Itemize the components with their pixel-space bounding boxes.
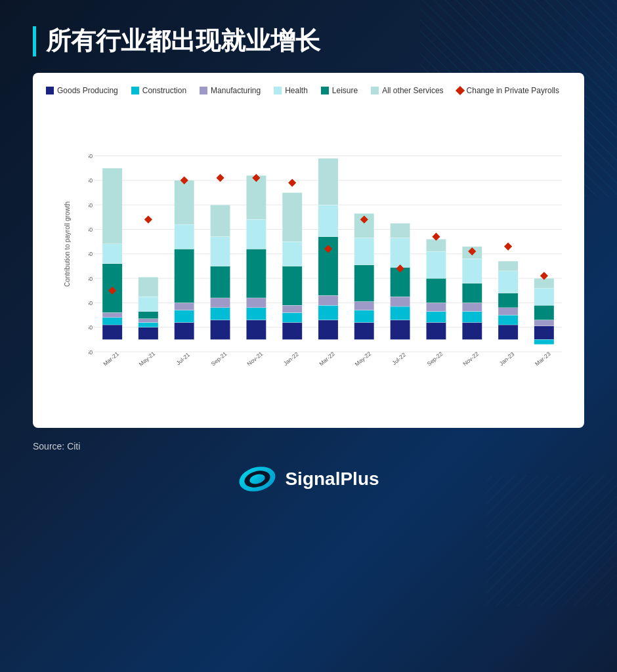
svg-rect-34 [175, 322, 194, 339]
svg-rect-90 [426, 322, 446, 339]
brand-name: SignalPlus [285, 469, 379, 490]
svg-rect-46 [210, 236, 230, 266]
svg-rect-74 [354, 322, 374, 339]
svg-text:May-21: May-21 [138, 350, 157, 367]
svg-rect-22 [102, 243, 122, 263]
svg-rect-63 [282, 192, 302, 242]
svg-rect-31 [138, 277, 158, 297]
legend-label: Health [285, 86, 308, 95]
svg-text:Nov-21: Nov-21 [245, 350, 264, 367]
svg-rect-23 [102, 168, 122, 244]
svg-text:Jul-21: Jul-21 [175, 351, 192, 366]
svg-text:Mar-21: Mar-21 [102, 350, 120, 367]
svg-rect-19 [102, 317, 122, 324]
svg-rect-76 [354, 301, 374, 310]
svg-rect-28 [138, 318, 158, 322]
svg-rect-20 [102, 312, 122, 317]
svg-rect-117 [534, 305, 554, 320]
svg-rect-36 [175, 303, 194, 310]
svg-rect-99 [462, 311, 482, 322]
svg-text:-50: -50 [89, 348, 93, 355]
svg-rect-108 [498, 307, 518, 314]
svg-rect-115 [534, 339, 554, 344]
svg-rect-110 [498, 270, 518, 293]
svg-rect-78 [354, 238, 374, 264]
svg-rect-71 [318, 158, 338, 205]
svg-text:350: 350 [89, 251, 93, 257]
main-container: 所有行业都出现就业增长 Goods ProducingConstructionM… [0, 0, 617, 507]
svg-rect-77 [354, 264, 374, 301]
svg-rect-35 [175, 310, 194, 322]
svg-marker-32 [144, 215, 152, 223]
legend-item: Manufacturing [200, 86, 261, 95]
svg-text:550: 550 [89, 201, 93, 208]
svg-text:Jul-22: Jul-22 [391, 351, 407, 366]
chart-container: Goods ProducingConstructionManufacturing… [33, 73, 584, 428]
svg-rect-53 [246, 249, 266, 298]
svg-rect-29 [138, 311, 158, 318]
svg-rect-84 [391, 297, 410, 306]
svg-text:Sep-22: Sep-22 [426, 350, 444, 367]
svg-rect-66 [318, 320, 338, 339]
legend-item: Health [274, 86, 308, 95]
svg-text:Jan-23: Jan-23 [498, 350, 516, 367]
svg-rect-116 [534, 320, 554, 326]
legend-item: All other Services [371, 86, 443, 95]
svg-rect-109 [498, 293, 518, 307]
svg-marker-112 [504, 242, 512, 250]
svg-rect-37 [175, 249, 194, 303]
brand-logo-icon [238, 465, 277, 494]
svg-rect-100 [462, 303, 482, 311]
svg-rect-114 [534, 326, 554, 339]
legend-item: Change in Private Payrolls [457, 86, 559, 95]
svg-text:250: 250 [89, 275, 93, 282]
svg-rect-61 [282, 266, 302, 305]
svg-rect-43 [210, 307, 230, 320]
svg-text:Sep-21: Sep-21 [210, 350, 228, 367]
title-box: 所有行业都出现就业增长 [33, 26, 584, 56]
svg-rect-62 [282, 242, 302, 266]
page-title: 所有行业都出现就业增长 [46, 26, 584, 56]
svg-rect-68 [318, 295, 338, 305]
svg-rect-47 [210, 205, 230, 237]
svg-rect-42 [210, 320, 230, 339]
svg-rect-111 [498, 261, 518, 271]
legend-label: Leisure [332, 86, 358, 95]
legend-item: Leisure [321, 86, 358, 95]
svg-rect-87 [391, 223, 410, 238]
svg-rect-75 [354, 310, 374, 322]
svg-rect-98 [462, 322, 482, 339]
legend-label: All other Services [382, 86, 443, 95]
svg-rect-93 [426, 278, 446, 303]
svg-text:750: 750 [89, 153, 93, 159]
svg-rect-26 [138, 327, 158, 339]
svg-rect-106 [498, 325, 518, 339]
svg-rect-30 [138, 297, 158, 311]
svg-rect-92 [426, 303, 446, 311]
svg-rect-102 [462, 259, 482, 283]
y-axis-label: Contribution to payroll growth [64, 201, 72, 287]
source-text: Source: Citi [33, 441, 584, 452]
svg-text:Mar-23: Mar-23 [534, 350, 552, 367]
svg-rect-39 [175, 180, 194, 224]
legend-label: Goods Producing [57, 86, 118, 95]
svg-rect-101 [462, 283, 482, 303]
svg-rect-58 [282, 322, 302, 339]
svg-text:150: 150 [89, 299, 93, 306]
svg-rect-18 [102, 325, 122, 339]
svg-marker-48 [216, 174, 224, 182]
svg-rect-45 [210, 266, 230, 298]
svg-rect-91 [426, 311, 446, 322]
svg-rect-70 [318, 205, 338, 237]
svg-rect-38 [175, 224, 194, 249]
svg-rect-86 [391, 238, 410, 267]
svg-text:Nov-22: Nov-22 [461, 350, 480, 367]
chart-area: Contribution to payroll growth -50501502… [46, 103, 571, 418]
legend-item: Construction [131, 86, 186, 95]
svg-text:450: 450 [89, 226, 93, 233]
legend: Goods ProducingConstructionManufacturing… [46, 86, 571, 95]
svg-rect-95 [426, 239, 446, 251]
legend-label: Construction [142, 86, 186, 95]
svg-rect-67 [318, 305, 338, 320]
svg-rect-27 [138, 322, 158, 327]
